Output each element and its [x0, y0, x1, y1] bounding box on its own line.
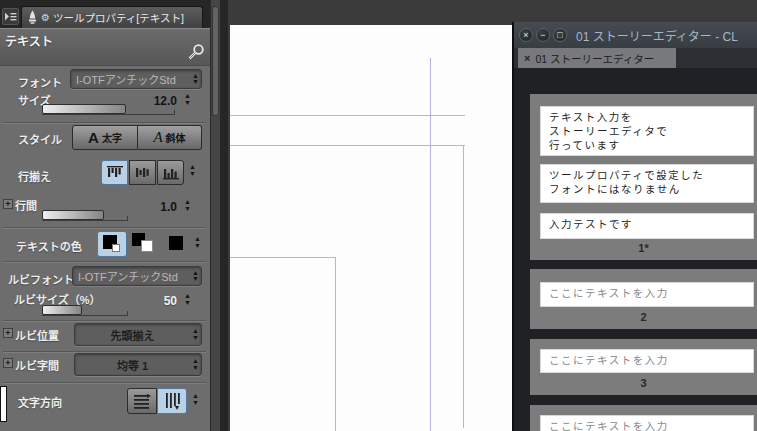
scrollbar-thumb[interactable] [212, 6, 219, 116]
text-color-black-swatch[interactable] [162, 231, 192, 257]
minimize-icon[interactable]: − [536, 28, 550, 42]
align-top-icon [106, 165, 124, 180]
slider-end-tick [174, 110, 175, 115]
story-editor-window-title: 01 ストーリーエディター - CL [576, 27, 738, 44]
divider [3, 382, 206, 383]
slider-bar[interactable] [42, 104, 126, 114]
story-text-box-placeholder[interactable]: ここにテキストを入力 [540, 282, 754, 307]
line-align-label: 行揃え [18, 168, 51, 184]
tab-close-icon[interactable]: × [524, 52, 530, 64]
down-arrow-icon: ▼ [192, 335, 199, 342]
workspace-gap [220, 0, 228, 431]
divider [3, 261, 206, 262]
line-space-expand-button[interactable]: + [3, 199, 13, 209]
font-stepper[interactable]: ▲▼ [190, 73, 201, 86]
divider [3, 351, 206, 352]
line-space-label: 行間 [15, 197, 37, 213]
tool-name-label: テキスト [5, 32, 53, 49]
story-text-box[interactable]: テキスト入力を ストーリーエディタで 行っています [540, 106, 754, 156]
text-direction-stepper[interactable]: ▲▼ [190, 393, 201, 406]
text-frame-guide [430, 58, 431, 431]
bold-button-label: 太字 [102, 130, 122, 145]
font-dropdown[interactable]: I-OTFアンチックStd ▲▼ [70, 69, 202, 89]
size-stepper[interactable]: ▲▼ [182, 93, 193, 106]
size-slider[interactable] [42, 104, 175, 115]
page-section-1: テキスト入力を ストーリーエディタで 行っています ツールプロパティで設定した … [530, 94, 757, 260]
search-settings-icon[interactable] [186, 43, 206, 63]
slider-track [42, 220, 128, 221]
down-arrow-icon: ▼ [192, 400, 199, 407]
down-arrow-icon: ▼ [184, 300, 191, 307]
down-arrow-icon: ▼ [194, 243, 201, 250]
background-panel-fragment [0, 386, 7, 422]
align-bottom-button[interactable] [157, 160, 184, 185]
story-editor-titlebar[interactable]: × − □ 01 ストーリーエディター - CL [514, 22, 757, 48]
slider-end-tick [127, 311, 128, 316]
maximize-icon[interactable]: □ [553, 28, 567, 42]
align-bottom-icon [162, 165, 180, 180]
down-arrow-icon: ▼ [184, 206, 191, 213]
bold-button[interactable]: A 太字 [72, 125, 138, 150]
story-text-box-placeholder[interactable]: ここにテキストを入力 [540, 415, 754, 431]
divider [3, 320, 206, 321]
ruby-font-label: ルビフォント [8, 271, 74, 287]
story-editor-tabbar: × 01 ストーリーエディター [514, 48, 757, 68]
text-tool-icon [27, 10, 38, 25]
align-center-button[interactable] [129, 160, 156, 185]
horizontal-text-icon [132, 393, 152, 410]
story-editor-content[interactable]: テキスト入力を ストーリーエディタで 行っています ツールプロパティで設定した … [514, 68, 757, 431]
close-icon[interactable]: × [519, 28, 533, 42]
ruby-size-slider[interactable] [42, 305, 128, 316]
story-editor-window: × − □ 01 ストーリーエディター - CL × 01 ストーリーエディター… [512, 22, 757, 431]
slider-bar[interactable] [42, 305, 82, 315]
text-direction-label: 文字方向 [18, 394, 62, 410]
tool-property-tab[interactable]: ⚙ ツールプロパティ[テキスト] [21, 6, 203, 28]
italic-button-label: 斜体 [166, 130, 186, 145]
page-number: 2 [530, 311, 757, 323]
story-editor-tab[interactable]: × 01 ストーリーエディター [518, 48, 676, 68]
text-frame-guide [230, 257, 336, 431]
black-color-chip [169, 236, 183, 250]
down-arrow-icon: ▼ [192, 365, 199, 372]
bold-a-icon: A [88, 129, 99, 146]
line-space-stepper[interactable]: ▲▼ [182, 199, 193, 212]
story-text-box[interactable]: ツールプロパティで設定した フォントにはなりません [540, 164, 754, 203]
down-arrow-icon: ▼ [192, 276, 199, 283]
align-stepper[interactable]: ▲▼ [187, 164, 198, 177]
ruby-font-dropdown[interactable]: I-OTFアンチックStd ▲▼ [72, 266, 202, 286]
story-text-box[interactable]: 入力テストです [540, 213, 754, 239]
line-space-slider[interactable] [42, 210, 128, 221]
ruby-space-expand-button[interactable]: + [3, 358, 13, 368]
text-color-main-swatch[interactable] [97, 231, 127, 257]
font-dropdown-value: I-OTFアンチックStd [71, 71, 190, 87]
slider-track [42, 114, 175, 115]
text-color-pair-swatch[interactable] [130, 231, 160, 257]
ruby-size-stepper[interactable]: ▲▼ [182, 293, 193, 306]
slider-bar[interactable] [42, 210, 104, 220]
horizontal-text-button[interactable] [127, 388, 157, 414]
align-top-button[interactable] [101, 160, 128, 185]
ruby-pos-stepper[interactable]: ▲▼ [190, 328, 201, 341]
panel-tab-bar: ⚙ ツールプロパティ[テキスト] [0, 0, 210, 28]
page-section-4: ここにテキストを入力 4 [530, 405, 757, 431]
slider-end-tick [127, 216, 128, 221]
text-color-stepper[interactable]: ▲▼ [192, 236, 203, 249]
vertical-text-button[interactable] [157, 388, 187, 414]
ruby-space-dropdown[interactable]: 均等 1 ▲▼ [74, 353, 202, 376]
ruby-font-stepper[interactable]: ▲▼ [190, 270, 201, 283]
ruby-pos-value: 先頭揃え [75, 327, 190, 343]
panel-scrollbar[interactable] [210, 0, 220, 431]
ruby-size-value: 50 [140, 294, 177, 308]
slider-track [42, 315, 128, 316]
line-space-value: 1.0 [135, 200, 177, 214]
ruby-pos-expand-button[interactable]: + [3, 328, 13, 338]
italic-button[interactable]: A 斜体 [138, 125, 202, 150]
ruby-pos-dropdown[interactable]: 先頭揃え ▲▼ [74, 323, 202, 346]
tool-property-tab-label: ツールプロパティ[テキスト] [53, 10, 184, 25]
ruby-space-stepper[interactable]: ▲▼ [190, 358, 201, 371]
page-number: 3 [530, 377, 757, 389]
align-center-icon [134, 165, 152, 180]
story-text-box-placeholder[interactable]: ここにテキストを入力 [540, 349, 754, 373]
panel-menu-button[interactable] [2, 8, 19, 25]
text-frame-guide [463, 145, 464, 428]
